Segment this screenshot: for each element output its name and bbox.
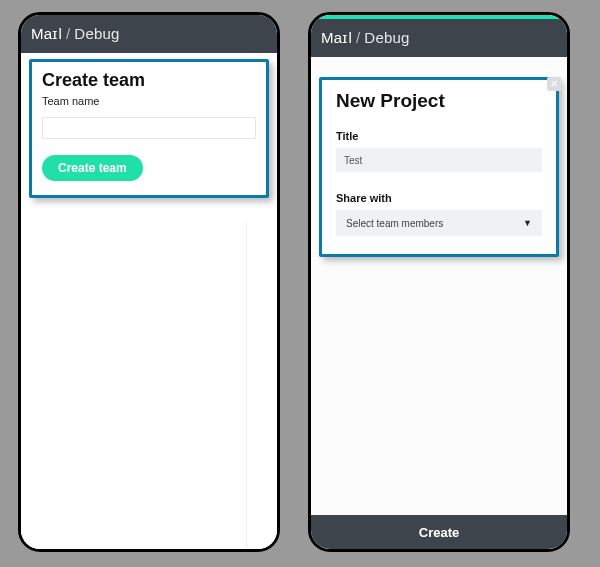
brand-separator: / [356, 29, 360, 46]
close-icon[interactable]: ✕ [547, 77, 561, 91]
app-header-left: Maɪl / Debug [21, 15, 277, 53]
share-with-placeholder: Select team members [346, 218, 443, 229]
team-name-label: Team name [42, 95, 256, 107]
title-label: Title [336, 130, 542, 142]
create-team-panel: Create team Team name Create team [29, 59, 269, 198]
new-project-modal: New Project Title Share with Select team… [319, 77, 559, 257]
chevron-down-icon: ▼ [523, 218, 532, 228]
device-frame-right: Maɪl / Debug ✕ New Project Title Share w… [308, 12, 570, 552]
divider-line [246, 223, 247, 549]
screen-right: ✕ New Project Title Share with Select te… [311, 57, 567, 515]
create-team-heading: Create team [42, 70, 256, 91]
create-team-button[interactable]: Create team [42, 155, 143, 181]
create-button[interactable]: Create [419, 525, 459, 540]
page-name: Debug [74, 25, 119, 42]
modal-title: New Project [336, 90, 542, 112]
brand-name: Maɪl [31, 25, 62, 43]
brand-name: Maɪl [321, 29, 352, 47]
app-header-right: Maɪl / Debug [311, 19, 567, 57]
team-name-input[interactable] [42, 117, 256, 139]
project-title-input[interactable] [336, 148, 542, 172]
page-name: Debug [364, 29, 409, 46]
footer-bar: Create [311, 515, 567, 549]
screen-left: Create team Team name Create team [21, 53, 277, 549]
share-with-label: Share with [336, 192, 542, 204]
brand-separator: / [66, 25, 70, 42]
share-with-select[interactable]: Select team members ▼ [336, 210, 542, 236]
device-frame-left: Maɪl / Debug Create team Team name Creat… [18, 12, 280, 552]
